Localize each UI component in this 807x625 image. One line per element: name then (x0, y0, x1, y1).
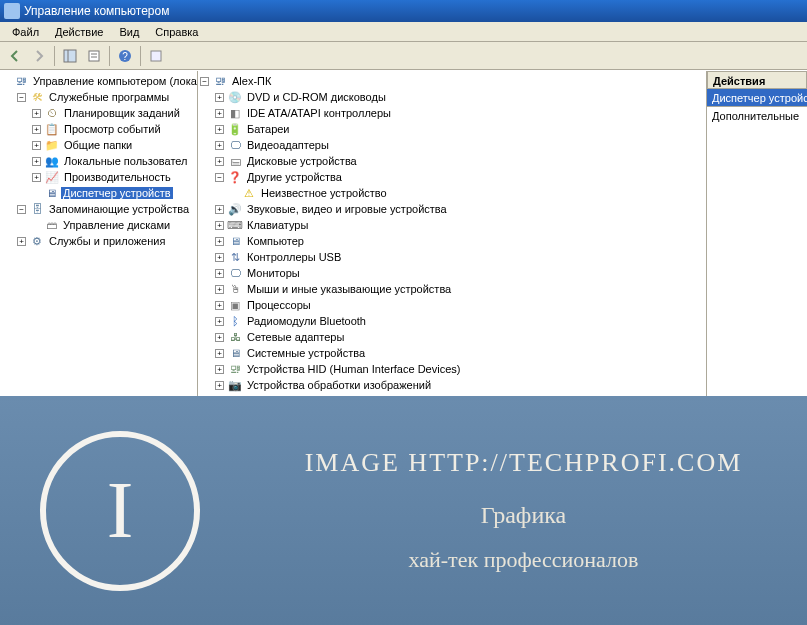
device-tree-panel[interactable]: −🖳Alex-ПК +💿DVD и CD-ROM дисководы +◧IDE… (198, 71, 707, 396)
tree-scheduler[interactable]: +⏲Планировщик заданий (2, 105, 195, 121)
menu-file[interactable]: Файл (4, 24, 47, 40)
expand-icon[interactable]: + (215, 349, 224, 358)
tree-label: DVD и CD-ROM дисководы (245, 91, 388, 103)
tree-label: Компьютер (245, 235, 306, 247)
expand-icon[interactable]: + (32, 125, 41, 134)
device-video[interactable]: +🖵Видеоадаптеры (200, 137, 704, 153)
device-root[interactable]: −🖳Alex-ПК (200, 73, 704, 89)
tree-label: Радиомодули Bluetooth (245, 315, 368, 327)
left-tree-panel[interactable]: 🖳Управление компьютером (лока −🛠Служебны… (0, 71, 198, 396)
expand-icon[interactable]: + (215, 285, 224, 294)
monitor-icon: 🖵 (227, 265, 243, 281)
device-ide[interactable]: +◧IDE ATA/ATAPI контроллеры (200, 105, 704, 121)
device-disk[interactable]: +🖴Дисковые устройства (200, 153, 704, 169)
tree-label: Дисковые устройства (245, 155, 359, 167)
tree-label: Клавиатуры (245, 219, 310, 231)
tree-disk-mgmt[interactable]: 🗃Управление дисками (2, 217, 195, 233)
device-battery[interactable]: +🔋Батареи (200, 121, 704, 137)
watermark-line2: Графика (240, 502, 807, 529)
device-other[interactable]: −❓Другие устройства (200, 169, 704, 185)
collapse-icon[interactable]: − (17, 93, 26, 102)
menu-action[interactable]: Действие (47, 24, 111, 40)
back-button[interactable] (4, 45, 26, 67)
tree-label: Системные устройства (245, 347, 367, 359)
device-manager-icon: 🖥 (43, 185, 59, 201)
properties-icon (87, 49, 101, 63)
tree-label: Звуковые, видео и игровые устройства (245, 203, 449, 215)
tree-system-tools[interactable]: −🛠Служебные программы (2, 89, 195, 105)
svg-text:?: ? (122, 51, 128, 62)
expand-icon[interactable]: + (215, 237, 224, 246)
device-network[interactable]: +🖧Сетевые адаптеры (200, 329, 704, 345)
device-sound[interactable]: +🔊Звуковые, видео и игровые устройства (200, 201, 704, 217)
expand-icon[interactable]: + (215, 365, 224, 374)
tree-label: IDE ATA/ATAPI контроллеры (245, 107, 393, 119)
forward-button[interactable] (28, 45, 50, 67)
help-button[interactable]: ? (114, 45, 136, 67)
disk-icon: 🗃 (43, 217, 59, 233)
expand-icon[interactable]: + (215, 269, 224, 278)
menu-help[interactable]: Справка (147, 24, 206, 40)
device-mouse[interactable]: +🖱Мыши и иные указывающие устройства (200, 281, 704, 297)
expand-icon[interactable]: + (17, 237, 26, 246)
expand-icon[interactable]: + (215, 125, 224, 134)
expand-icon[interactable]: + (32, 173, 41, 182)
device-keyboard[interactable]: +⌨Клавиатуры (200, 217, 704, 233)
expand-icon[interactable]: + (215, 221, 224, 230)
actions-active-item[interactable]: Диспетчер устройс (707, 89, 807, 107)
folder-icon: 📁 (44, 137, 60, 153)
tree-event-viewer[interactable]: +📋Просмотр событий (2, 121, 195, 137)
tree-device-manager[interactable]: 🖥Диспетчер устройств (2, 185, 195, 201)
expand-icon[interactable]: + (215, 333, 224, 342)
tree-services[interactable]: +⚙Службы и приложения (2, 233, 195, 249)
device-hid[interactable]: +🖳Устройства HID (Human Interface Device… (200, 361, 704, 377)
device-usb[interactable]: +⇅Контроллеры USB (200, 249, 704, 265)
collapse-icon[interactable]: − (200, 77, 209, 86)
device-computer[interactable]: +🖥Компьютер (200, 233, 704, 249)
app-icon (4, 3, 20, 19)
collapse-icon[interactable]: − (215, 173, 224, 182)
cpu-icon: ▣ (227, 297, 243, 313)
expand-icon[interactable]: + (215, 253, 224, 262)
svg-rect-0 (64, 50, 76, 62)
tree-shared-folders[interactable]: +📁Общие папки (2, 137, 195, 153)
expand-icon[interactable]: + (215, 381, 224, 390)
device-unknown[interactable]: ⚠Неизвестное устройство (200, 185, 704, 201)
computer-icon: 🖥 (227, 233, 243, 249)
tree-local-users[interactable]: +👥Локальные пользовател (2, 153, 195, 169)
actions-more-link[interactable]: Дополнительные (707, 107, 807, 125)
tree-performance[interactable]: +📈Производительность (2, 169, 195, 185)
show-hide-tree-button[interactable] (59, 45, 81, 67)
actions-header: Действия (707, 71, 807, 89)
menu-view[interactable]: Вид (111, 24, 147, 40)
tree-label: Производительность (62, 171, 173, 183)
device-monitor[interactable]: +🖵Мониторы (200, 265, 704, 281)
expand-icon[interactable]: + (215, 141, 224, 150)
tree-label: Устройства HID (Human Interface Devices) (245, 363, 462, 375)
expand-icon[interactable]: + (215, 301, 224, 310)
tree-label: Планировщик заданий (62, 107, 182, 119)
device-cpu[interactable]: +▣Процессоры (200, 297, 704, 313)
properties-button[interactable] (83, 45, 105, 67)
refresh-button[interactable] (145, 45, 167, 67)
tree-storage[interactable]: −🗄Запоминающие устройства (2, 201, 195, 217)
actions-panel: Действия Диспетчер устройс Дополнительны… (707, 71, 807, 396)
tree-label: Мыши и иные указывающие устройства (245, 283, 453, 295)
expand-icon[interactable]: + (215, 93, 224, 102)
expand-icon[interactable]: + (215, 205, 224, 214)
toolbar-separator (140, 46, 141, 66)
device-imaging[interactable]: +📷Устройства обработки изображений (200, 377, 704, 393)
expand-icon[interactable]: + (32, 141, 41, 150)
device-system[interactable]: +🖥Системные устройства (200, 345, 704, 361)
expand-icon[interactable]: + (32, 109, 41, 118)
sound-icon: 🔊 (227, 201, 243, 217)
expand-icon[interactable]: + (215, 317, 224, 326)
device-bluetooth[interactable]: +ᛒРадиомодули Bluetooth (200, 313, 704, 329)
expand-icon[interactable]: + (215, 109, 224, 118)
device-dvd[interactable]: +💿DVD и CD-ROM дисководы (200, 89, 704, 105)
expand-icon[interactable]: + (215, 157, 224, 166)
expand-icon[interactable]: + (32, 157, 41, 166)
collapse-icon[interactable]: − (17, 205, 26, 214)
tree-icon (63, 49, 77, 63)
tree-root[interactable]: 🖳Управление компьютером (лока (2, 73, 195, 89)
